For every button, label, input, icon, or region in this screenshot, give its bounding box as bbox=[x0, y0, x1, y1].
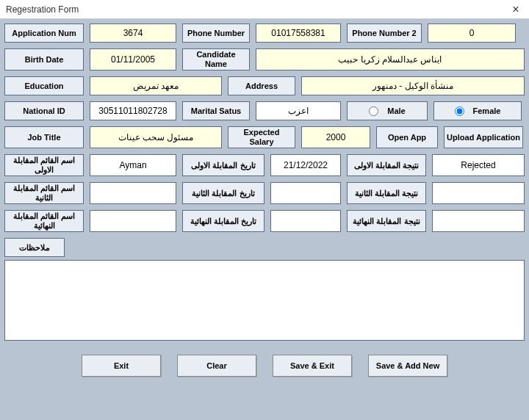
close-icon[interactable]: × bbox=[508, 3, 523, 16]
notes-textarea[interactable] bbox=[4, 260, 525, 341]
interview-final-name-label: اسم القائم المقابلة النهائية bbox=[4, 210, 84, 232]
interview1-result-label: نتيجة المقابلة الاولى bbox=[347, 154, 426, 176]
title-bar: Regestration Form × bbox=[0, 0, 529, 19]
form-area: Application Num 3674 Phone Number 010175… bbox=[0, 19, 529, 420]
interview1-date-label: تاريخ المقابلة الاولى bbox=[182, 154, 264, 176]
save-exit-button[interactable]: Save & Exit bbox=[273, 355, 352, 377]
male-label: Male bbox=[387, 106, 405, 115]
exit-button[interactable]: Exit bbox=[82, 355, 161, 377]
interview-final-result-label: نتيجة المقابلة النهائية bbox=[347, 210, 426, 232]
address-label: Address bbox=[228, 76, 295, 95]
interview-final-name-value[interactable] bbox=[90, 210, 176, 232]
clear-button[interactable]: Clear bbox=[177, 355, 256, 377]
interview-final-date-value[interactable] bbox=[270, 210, 341, 232]
interview1-result-value[interactable]: Rejected bbox=[432, 154, 525, 176]
candidate-name-label: Candidate Name bbox=[182, 48, 250, 70]
interview-final-result-value[interactable] bbox=[432, 210, 525, 232]
notes-label: ملاحظات bbox=[4, 238, 65, 257]
window-title: Regestration Form bbox=[6, 4, 79, 15]
interview1-date-value[interactable]: 21/12/2022 bbox=[270, 154, 341, 176]
interview2-name-label: اسم القائم المقابلة الثانية bbox=[4, 182, 84, 204]
interview2-result-value[interactable] bbox=[432, 182, 525, 204]
phone-label: Phone Number bbox=[182, 23, 250, 43]
expected-salary-label: Expected Salary bbox=[228, 126, 295, 148]
gender-male-radio[interactable]: Male bbox=[347, 101, 428, 120]
address-value[interactable]: منشأة الوكيل - دمنهور bbox=[301, 76, 525, 95]
national-id-value[interactable]: 30511011802728 bbox=[90, 101, 176, 120]
bottom-buttons: Exit Clear Save & Exit Save & Add New bbox=[4, 355, 525, 377]
interview2-date-label: تاريخ المقابلة الثانية bbox=[182, 182, 264, 204]
application-num-label: Application Num bbox=[4, 23, 84, 43]
marital-value[interactable]: اعزب bbox=[256, 101, 341, 120]
application-num-value[interactable]: 3674 bbox=[90, 23, 176, 43]
open-app-button[interactable]: Open App bbox=[376, 126, 438, 148]
interview2-name-value[interactable] bbox=[90, 182, 176, 204]
interview-final-date-label: تاريخ المقابلة النهائية bbox=[182, 210, 264, 232]
save-add-new-button[interactable]: Save & Add New bbox=[368, 355, 447, 377]
upload-application-button[interactable]: Upload Application bbox=[444, 126, 523, 148]
birthdate-value[interactable]: 01/11/2005 bbox=[90, 48, 176, 70]
birthdate-label: Birth Date bbox=[4, 48, 84, 70]
phone-value[interactable]: 01017558381 bbox=[256, 23, 341, 43]
interview1-name-label: اسم القائم المقابلة الاولى bbox=[4, 154, 84, 176]
education-value[interactable]: معهد تمريض bbox=[90, 76, 222, 95]
interview1-name-value[interactable]: Ayman bbox=[90, 154, 176, 176]
job-title-label: Job Title bbox=[4, 126, 84, 148]
education-label: Education bbox=[4, 76, 84, 95]
gender-female-radio[interactable]: Female bbox=[433, 101, 522, 120]
expected-salary-value[interactable]: 2000 bbox=[301, 126, 370, 148]
phone2-label: Phone Number 2 bbox=[347, 23, 422, 43]
job-title-value[interactable]: مسئول سحب عينات bbox=[90, 126, 222, 148]
phone2-value[interactable]: 0 bbox=[428, 23, 516, 43]
national-id-label: National ID bbox=[4, 101, 84, 120]
female-radio-input[interactable] bbox=[455, 106, 464, 116]
interview2-date-value[interactable] bbox=[270, 182, 341, 204]
interview2-result-label: نتيجة المقابلة الثانية bbox=[347, 182, 426, 204]
marital-label: Marital Satus bbox=[182, 101, 250, 120]
candidate-name-value[interactable]: ايناس عبدالسلام زكريا حبيب bbox=[256, 48, 525, 70]
male-radio-input[interactable] bbox=[369, 106, 378, 116]
female-label: Female bbox=[473, 106, 501, 115]
